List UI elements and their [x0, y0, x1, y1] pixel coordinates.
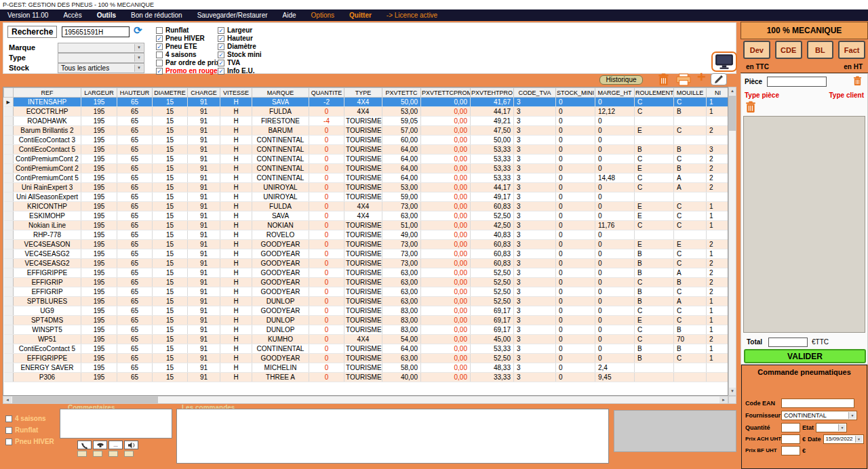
grid-column-header-code-tva[interactable]: CODE_TVA: [514, 88, 556, 98]
fournisseur-select[interactable]: CONTINENTAL ▼: [781, 411, 857, 420]
grid-column-header-largeur[interactable]: LARGEUR: [81, 88, 117, 98]
scroll-up-button[interactable]: ▲: [729, 87, 736, 95]
grid-row[interactable]: UG9195651591HGOODYEAR0TOURISMES83,000,00…: [4, 306, 729, 316]
date-select[interactable]: 15/09/2022 ▼: [823, 434, 864, 444]
grid-row[interactable]: Barum Brillantis 2195651591HBARUM0TOURIS…: [4, 126, 729, 136]
grid-row[interactable]: VEC4SEASON195651591HGOODYEAR0TOURISMES73…: [4, 240, 729, 249]
fact-button[interactable]: Fact: [838, 41, 865, 59]
search-input[interactable]: [62, 26, 130, 37]
grid-row[interactable]: ContiPremiumCont 2195651591HCONTINENTAL0…: [4, 164, 729, 174]
grid-column-header-quantite[interactable]: QUANTITE: [309, 88, 344, 98]
checkbox-promo-en-rouge[interactable]: ✓Promo en rouge: [156, 67, 220, 75]
grid-row[interactable]: Nokian iLine195651591HNOKIAN0TOURISMES51…: [4, 221, 729, 230]
checkbox-tva[interactable]: ✓TVA: [218, 59, 262, 66]
grid-column-header-type[interactable]: TYPE: [344, 88, 382, 98]
checkbox-runflat[interactable]: Runflat: [156, 26, 220, 34]
prix-ach-input[interactable]: [781, 434, 800, 444]
grid-row[interactable]: EFFIGRIP195651591HGOODYEAR0TOURISMES63,0…: [4, 287, 729, 297]
add-icon[interactable]: +: [697, 70, 706, 85]
menu-item-acc-s[interactable]: Accès: [56, 12, 89, 19]
phone-handset-icon[interactable]: [77, 441, 92, 449]
checkbox-pneu-ete[interactable]: ✓Pneu ETE: [156, 43, 220, 50]
menu-item-quitter[interactable]: Quitter: [342, 12, 379, 19]
piece-trash-icon[interactable]: [853, 76, 862, 87]
grid-row[interactable]: P306195651591HTHREE A0TOURISMES40,000,00…: [4, 373, 729, 382]
grid-row[interactable]: Uni AllSeasonExpert195651591HUNIROYAL0TO…: [4, 192, 729, 202]
grid-row[interactable]: SPT4DMS195651591HDUNLOP0TOURISMES83,000,…: [4, 316, 729, 325]
checkbox-pneu-hiver[interactable]: Pneu HIVER: [5, 438, 54, 445]
grid-column-header-stock-mini[interactable]: STOCK_MINI: [556, 88, 595, 98]
menu-item-bon-de-r-duction[interactable]: Bon de réduction: [123, 12, 190, 19]
grid-row[interactable]: ContiPremiumCont 5195651591HCONTINENTAL0…: [4, 174, 729, 183]
historique-button[interactable]: Historique: [599, 75, 643, 85]
grid-row[interactable]: ESKIMOHP195651591HSAVA04X463,000,0052,50…: [4, 211, 729, 221]
grid-column-header-ni[interactable]: NI: [707, 88, 729, 98]
grid-column-header-pxvtettc[interactable]: PXVTETTC: [382, 88, 421, 98]
trash-icon[interactable]: [658, 73, 669, 87]
grid-row[interactable]: ROADHAWK195651591HFIRESTONE-4TOURISMES59…: [4, 117, 729, 126]
order-lines-list[interactable]: [743, 116, 865, 333]
grid-column-header-hauteur[interactable]: HAUTEUR: [117, 88, 153, 98]
grid-row[interactable]: ContiPremiumCont 2195651591HCONTINENTAL0…: [4, 155, 729, 164]
grid-column-header-vitesse[interactable]: VITESSE: [220, 88, 252, 98]
speaker-icon[interactable]: [124, 441, 138, 449]
phone-value-input-2[interactable]: [93, 451, 102, 457]
checkbox-pneu-hiver[interactable]: ✓Pneu HIVER: [156, 35, 220, 42]
dev-button[interactable]: Dev: [743, 41, 770, 59]
grid-row[interactable]: ContiEcoContact 3195651591HCONTINENTAL0T…: [4, 136, 729, 145]
checkbox-stock-mini[interactable]: ✓Stock mini: [218, 51, 262, 58]
checkbox-info-e-u[interactable]: ✓Info E.U.: [218, 67, 262, 75]
lines-trash-icon[interactable]: [745, 101, 756, 115]
grid-row[interactable]: KRICONTHP195651591HFULDA04X473,000,0060,…: [4, 202, 729, 211]
horizontal-scrollbar[interactable]: ◄ ►: [3, 396, 728, 404]
prix-bf-input[interactable]: [781, 446, 800, 455]
grid-row[interactable]: ▶INTENSAHP195651591HSAVA-24X450,000,0041…: [4, 98, 729, 107]
grid-row[interactable]: WINSPT5195651591HDUNLOP0TOURISMES83,000,…: [4, 325, 729, 335]
checkbox-diam-tre[interactable]: ✓Diamètre: [218, 43, 262, 50]
commentaires-box[interactable]: [60, 409, 172, 439]
phone-value-input-3[interactable]: [108, 451, 118, 457]
grid-column-header-marge-ht[interactable]: MARGE_HT: [595, 88, 635, 98]
marque-select[interactable]: ▼: [58, 43, 144, 53]
scroll-down-button[interactable]: ▼: [729, 388, 736, 395]
scroll-left-button[interactable]: ◄: [3, 396, 12, 403]
checkbox-hauteur[interactable]: ✓Hauteur: [218, 35, 262, 42]
grid-row[interactable]: VEC4SEASG2195651591HGOODYEAR0TOURISMES73…: [4, 259, 729, 268]
horizontal-scroll-thumb[interactable]: [12, 396, 158, 403]
grid-column-header-diametre[interactable]: DIAMETRE: [153, 88, 188, 98]
grid-row[interactable]: EFFIGRIPPE195651591HGOODYEAR0TOURISMES63…: [4, 268, 729, 278]
grid-column-header-charge[interactable]: CHARGE: [188, 88, 220, 98]
grid-column-header-pxvtehtpro[interactable]: PXVTEHTPRO: [471, 88, 514, 98]
menu-item-options[interactable]: Options: [304, 12, 342, 19]
grid-row[interactable]: Uni RainExpert 3195651591HUNIROYAL0TOURI…: [4, 183, 729, 192]
checkbox-4-saisons[interactable]: 4 saisons: [156, 51, 220, 58]
grid-row[interactable]: ECOCTRLHP195651591HFULDA04X453,000,0044,…: [4, 107, 729, 117]
grid-row[interactable]: EFFIGRIP195651591HGOODYEAR0TOURISMES63,0…: [4, 278, 729, 287]
total-input[interactable]: [768, 338, 808, 347]
grid-row[interactable]: ENERGY SAVER195651591HMICHELIN0TOURISMES…: [4, 363, 729, 373]
stock-select[interactable]: Tous les articles ▼: [58, 63, 144, 73]
phone-value-input-1[interactable]: [77, 451, 87, 457]
grid-row[interactable]: ContiEcoContact 5195651591HCONTINENTAL0T…: [4, 145, 729, 155]
grid-column-header-pxvtettcpromo[interactable]: PXVTETTCPROMO: [421, 88, 471, 98]
menu-item-aide[interactable]: Aide: [275, 12, 304, 19]
checkbox-largeur[interactable]: ✓Largeur: [218, 26, 262, 34]
checkbox-runflat[interactable]: Runflat: [5, 426, 54, 434]
grid-row[interactable]: EFFIGRIPPE195651591HGOODYEAR0TOURISMES63…: [4, 354, 729, 363]
refresh-icon[interactable]: ⟳: [134, 24, 142, 37]
grid-row[interactable]: WP51195651591HKUMHO04X454,000,0045,00300…: [4, 335, 729, 344]
menu-item-sauvegarder-restaurer[interactable]: Sauvegarder/Restaurer: [190, 12, 275, 19]
grid-column-header-mouille[interactable]: MOUILLE: [674, 88, 707, 98]
grid-column-header-marque[interactable]: MARQUE: [252, 88, 309, 98]
grid-column-header-ref[interactable]: REF: [14, 88, 81, 98]
printer-icon[interactable]: [675, 73, 692, 87]
type-select[interactable]: ▼: [58, 53, 144, 63]
code-ean-input[interactable]: [781, 399, 854, 408]
vertical-scrollbar[interactable]: ▲ ▼: [728, 87, 736, 396]
scroll-right-button[interactable]: ►: [719, 396, 728, 403]
bl-button[interactable]: BL: [807, 41, 834, 59]
edit-pencil-icon[interactable]: [711, 73, 727, 85]
grid-column-header-roulement[interactable]: ROULEMENT: [635, 88, 674, 98]
grid-row[interactable]: VEC4SEASG2195651591HGOODYEAR0TOURISMES73…: [4, 249, 729, 259]
cde-button[interactable]: CDE: [775, 41, 802, 59]
